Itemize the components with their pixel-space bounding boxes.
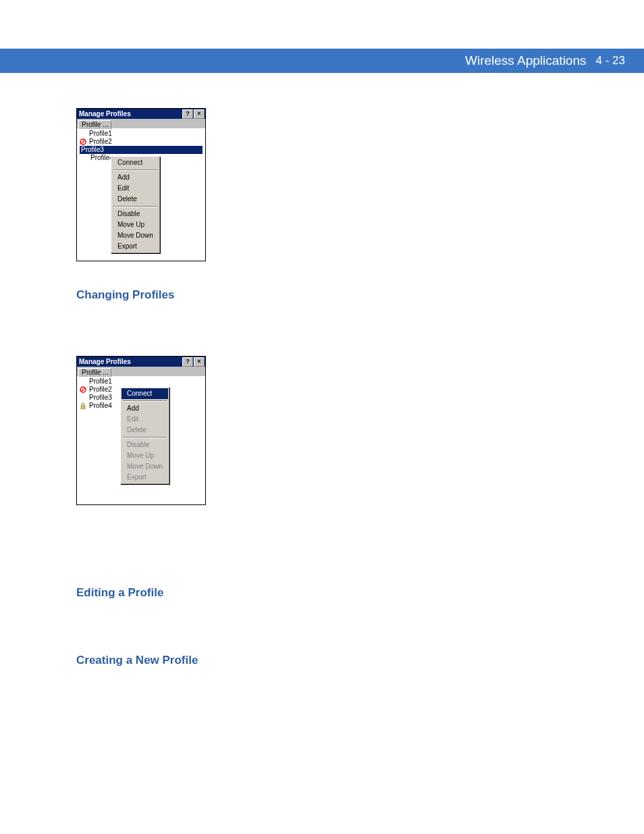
tab-profile[interactable]: Profile ... [78, 120, 111, 129]
svg-rect-4 [81, 406, 85, 409]
menu-add[interactable]: Add [122, 403, 168, 414]
menu-export[interactable]: Export [112, 241, 159, 252]
page-content: Manage Profiles ? × Profile ... Profile1… [76, 95, 610, 673]
menu-separator [123, 437, 167, 438]
menu-connect[interactable]: Connect [122, 388, 168, 399]
item-label: Profile1 [89, 377, 112, 386]
item-label: Profile2 [89, 386, 112, 394]
menu-edit[interactable]: Edit [122, 414, 168, 425]
tab-row: Profile ... [77, 367, 205, 376]
item-label: Profile4 [89, 402, 112, 410]
list-item[interactable]: Profile1 [80, 130, 203, 138]
menu-delete[interactable]: Delete [112, 194, 159, 205]
close-button[interactable]: × [194, 109, 205, 119]
header-page-number: 4 - 23 [596, 54, 625, 68]
item-label: Profile2 [89, 138, 112, 146]
menu-connect[interactable]: Connect [112, 157, 159, 168]
tab-row: Profile ... [77, 119, 205, 128]
item-label: Profile1 [89, 130, 112, 138]
menu-separator [113, 206, 157, 207]
window-title: Manage Profiles [79, 357, 182, 367]
item-label: Profile4 [90, 154, 111, 162]
lock-icon [80, 402, 86, 409]
menu-delete[interactable]: Delete [122, 425, 168, 436]
help-button[interactable]: ? [182, 357, 193, 367]
menu-disable[interactable]: Disable [112, 209, 159, 219]
heading-creating-profile: Creating a New Profile [76, 654, 610, 667]
menu-separator [113, 170, 157, 171]
list-item[interactable]: Profile1 [80, 377, 203, 386]
menu-movedown[interactable]: Move Down [122, 461, 168, 472]
menu-moveup[interactable]: Move Up [112, 219, 159, 230]
disabled-icon [80, 386, 86, 393]
help-button[interactable]: ? [182, 109, 193, 119]
menu-movedown[interactable]: Move Down [112, 230, 159, 241]
menu-export[interactable]: Export [122, 472, 168, 483]
item-label: Profile3 [81, 146, 104, 154]
menu-disable[interactable]: Disable [122, 440, 168, 450]
menu-moveup[interactable]: Move Up [122, 450, 168, 461]
svg-line-1 [82, 140, 85, 144]
svg-line-3 [82, 388, 85, 392]
window-titlebar[interactable]: Manage Profiles ? × [77, 357, 205, 367]
heading-changing-profiles: Changing Profiles [76, 288, 610, 302]
window-title: Manage Profiles [79, 109, 182, 119]
close-button[interactable]: × [194, 357, 205, 367]
manage-profiles-window-1: Manage Profiles ? × Profile ... Profile1… [76, 108, 206, 261]
header-title: Wireless Applications [465, 53, 587, 68]
tab-profile[interactable]: Profile ... [78, 368, 111, 377]
list-item[interactable]: Profile2 [80, 138, 203, 146]
item-label: Profile3 [89, 394, 112, 402]
heading-editing-profile: Editing a Profile [76, 586, 610, 600]
menu-edit[interactable]: Edit [112, 183, 159, 194]
menu-add[interactable]: Add [112, 172, 159, 183]
window-titlebar[interactable]: Manage Profiles ? × [77, 109, 205, 119]
header-bar: Wireless Applications 4 - 23 [0, 49, 644, 73]
context-menu: Connect Add Edit Delete Disable Move Up … [111, 156, 160, 253]
list-item[interactable]: Profile3 [80, 146, 203, 154]
disabled-icon [80, 138, 86, 145]
manage-profiles-window-2: Manage Profiles ? × Profile ... Profile1… [76, 356, 206, 505]
context-menu: Connect Add Edit Delete Disable Move Up … [120, 387, 169, 484]
menu-separator [123, 400, 167, 402]
list-item[interactable]: Profile4 [80, 154, 111, 162]
